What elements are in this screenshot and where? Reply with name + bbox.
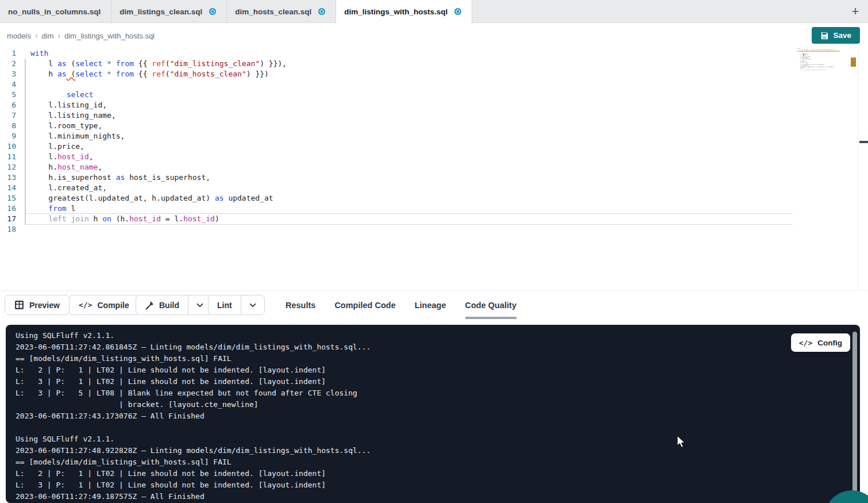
line-content: l.listing_id, <box>16 100 107 110</box>
line-content <box>16 79 30 90</box>
line-content: l.created_at, <box>16 183 107 193</box>
table-icon <box>14 300 24 310</box>
line-number: 3 <box>0 69 16 79</box>
line-number: 18 <box>0 224 16 235</box>
terminal-line: L: 3 | P: 1 | LT02 | Line should not be … <box>16 376 837 387</box>
new-tab-button[interactable]: + <box>843 0 868 22</box>
dbt-ide-window: no_nulls_in_columns.sqldim_listings_clea… <box>0 0 868 503</box>
code-line[interactable]: 13 h.is_superhost as host_is_superhost, <box>0 172 868 183</box>
line-number: 6 <box>0 100 16 110</box>
editor-tab-label: dim_listings_clean.sql <box>119 7 202 16</box>
breadcrumb-item[interactable]: models <box>7 32 31 40</box>
code-line[interactable]: 6 l.listing_id, <box>0 100 868 110</box>
terminal-line: L: 3 | P: 5 | LT08 | Blank line expected… <box>16 387 837 399</box>
line-content: h as (select * from {{ ref("dim_hosts_cl… <box>16 69 269 79</box>
terminal-line: 2023-06-06T11:27:48.922828Z — Linting mo… <box>16 445 837 456</box>
terminal-line: L: 2 | P: 1 | LT02 | Line should not be … <box>16 468 837 479</box>
line-content <box>16 224 30 235</box>
lint-dropdown-button[interactable] <box>241 295 264 314</box>
terminal-line: L: 3 | P: 1 | LT02 | Line should not be … <box>16 479 837 491</box>
editor-tab-label: dim_hosts_clean.sql <box>235 7 311 16</box>
line-number: 1 <box>0 48 16 59</box>
overview-ruler-warning-marker <box>851 57 856 67</box>
line-content: l.listing_name, <box>16 110 116 121</box>
terminal-line: Using SQLFluff v2.1.1. <box>16 330 837 341</box>
editor-tab[interactable]: dim_listings_clean.sql <box>111 0 227 23</box>
config-button[interactable]: </> Config <box>791 333 850 352</box>
tab-bar: no_nulls_in_columns.sqldim_listings_clea… <box>0 0 868 23</box>
line-number: 7 <box>0 110 16 121</box>
unsaved-changes-dot <box>209 8 216 15</box>
line-number: 11 <box>0 152 16 162</box>
panel-resize-handle[interactable] <box>859 141 868 143</box>
terminal-line: 2023-06-06T11:27:42.861845Z — Linting mo… <box>16 341 837 353</box>
code-line[interactable]: 12 h.host_name, <box>0 162 868 172</box>
code-line[interactable]: 14 l.created_at, <box>0 183 868 193</box>
panel-tab-code-quality[interactable]: Code Quality <box>465 291 516 319</box>
code-line[interactable]: 8 l.room_type, <box>0 121 868 131</box>
code-line[interactable]: 17 left join h on (h.host_id = l.host_id… <box>0 214 868 224</box>
editor-tab[interactable]: dim_hosts_clean.sql <box>227 0 336 23</box>
lint-button-group: Lint <box>208 295 265 315</box>
code-icon: </> <box>79 301 92 309</box>
editor-tab[interactable]: dim_listings_with_hosts.sql <box>336 0 472 24</box>
line-number: 10 <box>0 141 16 152</box>
line-content: select <box>16 90 94 100</box>
line-content: left join h on (h.host_id = l.host_id) <box>16 214 219 224</box>
code-line[interactable]: 1with <box>0 48 868 59</box>
compile-button[interactable]: </> Compile <box>69 295 139 315</box>
code-line[interactable]: 3 h as (select * from {{ ref("dim_hosts_… <box>0 69 868 79</box>
preview-button[interactable]: Preview <box>5 295 70 315</box>
terminal-line: | bracket. [layout.cte_newline] <box>16 399 837 410</box>
chevron-down-icon <box>249 301 257 309</box>
line-number: 17 <box>0 214 16 224</box>
line-number: 16 <box>0 203 16 214</box>
floppy-save-icon <box>820 32 828 40</box>
line-number: 14 <box>0 183 16 193</box>
line-number: 15 <box>0 193 16 203</box>
code-line[interactable]: 18 <box>0 224 868 235</box>
breadcrumb-item[interactable]: dim_listings_with_hosts.sql <box>64 32 155 40</box>
terminal-output: Using SQLFluff v2.1.1.2023-06-06T11:27:4… <box>6 325 860 502</box>
line-content: with <box>16 48 48 59</box>
panel-tab-lineage[interactable]: Lineage <box>415 291 446 319</box>
panel-tab-bar: ResultsCompiled CodeLineageCode Quality <box>286 291 516 319</box>
lint-output-terminal[interactable]: Using SQLFluff v2.1.1.2023-06-06T11:27:4… <box>6 325 860 503</box>
save-button[interactable]: Save <box>812 27 860 44</box>
code-line[interactable]: 11 l.host_id, <box>0 152 868 162</box>
hammer-icon <box>145 301 154 310</box>
code-line[interactable]: 15 greatest(l.updated_at, h.updated_at) … <box>0 193 868 203</box>
terminal-scrollbar[interactable] <box>852 332 857 494</box>
terminal-line: 2023-06-06T11:27:43.173076Z — All Finish… <box>16 410 837 422</box>
terminal-line: == [models/dim/dim_listings_with_hosts.s… <box>16 456 837 468</box>
line-content: h.is_superhost as host_is_superhost, <box>16 172 210 183</box>
breadcrumb-separator-icon: › <box>35 31 38 40</box>
action-toolbar: Preview </> Compile Build Lint <box>0 290 868 325</box>
code-line[interactable]: 16 from l <box>0 203 868 214</box>
terminal-line <box>16 422 837 433</box>
code-line[interactable]: 4 <box>0 79 868 90</box>
code-line[interactable]: 2 l as (select * from {{ ref("dim_listin… <box>0 59 868 69</box>
editor-tab[interactable]: no_nulls_in_columns.sql <box>0 0 111 23</box>
code-line[interactable]: 10 l.price, <box>0 141 868 152</box>
minimap[interactable]: with l as (select * from {{ ref("dim_lis… <box>797 48 840 71</box>
breadcrumb-item[interactable]: dim <box>42 32 54 40</box>
line-number: 2 <box>0 59 16 69</box>
code-line[interactable]: 7 l.listing_name, <box>0 110 868 121</box>
panel-tab-results[interactable]: Results <box>286 291 315 319</box>
chevron-down-icon <box>196 301 204 309</box>
lint-button[interactable]: Lint <box>209 295 241 314</box>
line-number: 8 <box>0 121 16 131</box>
line-number: 4 <box>0 79 16 90</box>
build-button[interactable]: Build <box>136 295 188 314</box>
code-line[interactable]: 5 select <box>0 90 868 100</box>
terminal-line: L: 2 | P: 1 | LT02 | Line should not be … <box>16 364 837 376</box>
code-editor[interactable]: 1with2 l as (select * from {{ ref("dim_l… <box>0 47 868 290</box>
line-content: greatest(l.updated_at, h.updated_at) as … <box>16 193 273 203</box>
editor-tab-label: dim_listings_with_hosts.sql <box>344 7 447 16</box>
code-line[interactable]: 9 l.minimum_nights, <box>0 131 868 141</box>
editor-scroll-track <box>858 47 859 290</box>
editor-tab-label: no_nulls_in_columns.sql <box>8 7 101 16</box>
line-number: 9 <box>0 131 16 141</box>
panel-tab-compiled-code[interactable]: Compiled Code <box>334 291 395 319</box>
